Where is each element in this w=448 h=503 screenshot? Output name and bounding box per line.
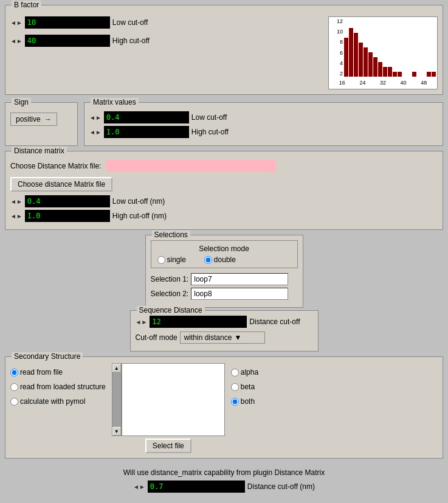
selection1-input[interactable] [191,273,288,285]
bfactor-top: ◄ ► 10 Low cut-off ◄ ► 40 High cut-off [10,16,438,89]
single-radio[interactable] [157,256,165,264]
distance-matrix-label: Distance matrix [12,147,67,155]
dm-low-value[interactable]: 0.4 [25,195,110,207]
svg-rect-12 [412,72,416,77]
ss-alpha-beta: alpha beta both [231,363,258,406]
dm-high-spinner[interactable]: ◄ ► [10,213,22,220]
sign-dropdown[interactable]: positive → [10,113,57,126]
bottom-section: Will use distance_matrix capability from… [5,468,443,495]
radio-row: single double [157,255,291,264]
svg-rect-14 [432,72,436,77]
single-radio-item: single [157,255,186,264]
ss-radio1-item: read from file [10,368,106,376]
bfactor-low-value[interactable]: 10 [25,16,110,29]
beta-radio[interactable] [231,383,239,391]
info-text: Will use distance_matrix capability from… [5,468,443,477]
svg-rect-4 [364,47,368,77]
cutoff-mode-value: within distance [184,333,232,342]
double-radio-item: double [204,255,236,264]
svg-rect-11 [398,72,402,77]
seq-dist-cutoff-label: Distance cut-off [249,317,300,326]
ss-radio1-label: read from file [20,368,63,376]
seq-dist-spinner[interactable]: ◄ ► [136,319,148,325]
dm-file-value[interactable] [106,160,276,172]
alpha-radio-item: alpha [231,368,258,376]
single-label: single [167,255,186,264]
histogram-x-axis: 16 24 32 40 48 [329,77,437,89]
svg-rect-1 [349,28,353,77]
scroll-track[interactable] [112,372,121,427]
bfactor-section: ◄ ► 10 Low cut-off ◄ ► 40 High cut-off [10,16,438,89]
ss-radio2-item: read from loaded structure [10,383,106,391]
svg-rect-8 [383,67,387,77]
sequence-distance-box: Sequence Distance ◄ ► 12 Distance cut-of… [130,310,319,352]
alpha-label: alpha [241,368,258,376]
selection2-row: Selection 2: [151,288,298,300]
ss-listbox[interactable] [122,363,225,436]
sign-dropdown-row: positive → [10,113,72,126]
dm-low-spinner[interactable]: ◄ ► [10,198,22,205]
bfactor-group: B factor ◄ ► 10 Low cut-off [5,5,443,95]
scroll-up-arrow[interactable]: ▲ [112,364,121,372]
select-file-button[interactable]: Select file [145,439,191,453]
cutoff-mode-dropdown[interactable]: within distance ▼ [180,331,265,344]
matrix-values-controls: ◄ ► 0.4 Low cut-off ◄ ► 1.0 High cut-off [89,111,438,138]
dm-high-value[interactable]: 1.0 [25,210,110,222]
dm-high-label: High cut-off (nm) [112,212,167,220]
dm-cutoffs: ◄ ► 0.4 Low cut-off (nm) ◄ ► 1.0 High cu… [10,195,438,222]
dm-choose-label: Choose Distance Matrix file: [10,162,101,170]
bfactor-high-row: ◄ ► 40 High cut-off [10,35,322,47]
selection-mode-title: Selection mode [157,245,291,253]
both-radio[interactable] [231,398,239,406]
seq-dist-value-row: ◄ ► 12 Distance cut-off [136,316,313,328]
dm-high-row: ◄ ► 1.0 High cut-off (nm) [10,210,438,222]
selection-mode-box: Selection mode single double [151,240,298,268]
double-radio[interactable] [204,256,212,264]
svg-rect-3 [359,43,363,77]
bottom-cutoff-row: ◄ ► 0.7 Distance cut-off (nm) [5,480,443,493]
matrix-low-value[interactable]: 0.4 [104,111,189,123]
bfactor-high-value[interactable]: 40 [25,35,110,47]
choose-dm-button[interactable]: Choose distance Matrix file [10,177,112,192]
bfactor-low-spinner[interactable]: ◄ ► [10,19,22,26]
svg-rect-0 [344,38,348,77]
bottom-cutoff-value[interactable]: 0.7 [148,480,245,493]
matrix-high-label: High cut-off [191,128,229,136]
matrix-low-label: Low cut-off [191,113,227,122]
ss-radio3[interactable] [10,398,18,406]
matrix-high-row: ◄ ► 1.0 High cut-off [89,126,438,138]
alpha-radio[interactable] [231,369,239,376]
matrix-high-value[interactable]: 1.0 [104,126,189,138]
selections-seq-area: Selections Selection mode single double … [5,235,443,352]
ss-radio2-label: read from loaded structure [20,383,106,391]
ss-radio2[interactable] [10,383,18,391]
dm-top-row: Choose Distance Matrix file: [10,160,438,172]
ss-inner: read from file read from loaded structur… [10,363,438,453]
bottom-cutoff-label: Distance cut-off (nm) [247,482,315,491]
ss-radio1[interactable] [10,369,18,376]
dm-button-row: Choose distance Matrix file [10,177,438,192]
ss-file-area: ▲ ▼ Select file [112,363,225,453]
selection2-input[interactable] [191,288,288,300]
dm-low-label: Low cut-off (nm) [112,197,165,206]
scroll-down-arrow[interactable]: ▼ [112,427,121,435]
svg-rect-13 [427,72,431,77]
histogram-svg [344,19,438,77]
matrix-low-spinner[interactable]: ◄ ► [89,114,102,121]
svg-rect-9 [388,67,392,77]
sign-arrow: → [44,115,52,123]
selection2-label: Selection 2: [151,290,189,298]
cutoff-mode-arrow: ▼ [234,333,241,342]
selection1-row: Selection 1: [151,273,298,285]
seq-dist-value[interactable]: 12 [150,316,247,328]
ss-scrollbar: ▲ ▼ [112,363,122,436]
svg-rect-7 [378,62,382,77]
seq-dist-label: Sequence Distance [137,306,205,314]
main-container: B factor ◄ ► 10 Low cut-off [0,0,448,500]
matrix-values-label: Matrix values [91,98,139,106]
matrix-high-spinner[interactable]: ◄ ► [89,129,102,136]
beta-label: beta [241,383,255,391]
bfactor-high-spinner[interactable]: ◄ ► [10,38,22,44]
bfactor-low-label: Low cut-off [112,18,148,27]
bottom-spinner[interactable]: ◄ ► [133,484,145,490]
